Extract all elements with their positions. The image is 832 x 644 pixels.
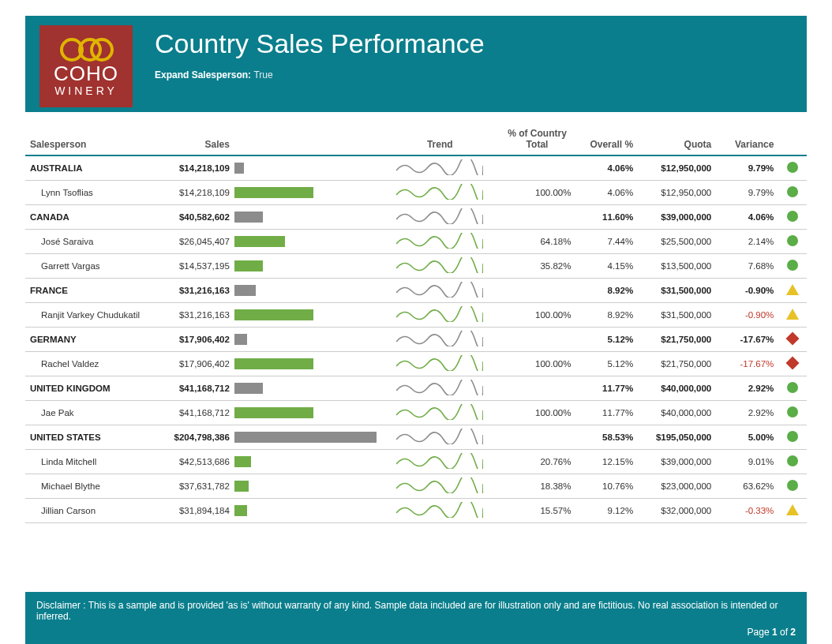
status-green-icon bbox=[787, 235, 798, 246]
country-status bbox=[778, 155, 807, 181]
report-footer: Disclaimer : This is a sample and is pro… bbox=[25, 592, 807, 644]
country-overall: 8.92% bbox=[575, 279, 638, 303]
country-trend-sparkline bbox=[381, 328, 499, 352]
salesperson-variance: -0.33% bbox=[716, 499, 778, 523]
salesperson-pct-country: 20.76% bbox=[499, 450, 576, 474]
col-variance[interactable]: Variance bbox=[716, 120, 778, 155]
salesperson-status bbox=[778, 230, 807, 254]
country-quota: $21,750,000 bbox=[638, 328, 716, 352]
salesperson-quota: $39,000,000 bbox=[638, 450, 716, 474]
salesperson-quota: $21,750,000 bbox=[638, 352, 716, 376]
salesperson-status bbox=[778, 401, 807, 425]
salesperson-row[interactable]: Jillian Carson$31,894,18415.57%9.12%$32,… bbox=[25, 499, 807, 523]
country-overall: 4.06% bbox=[575, 155, 638, 181]
country-variance: 5.00% bbox=[716, 425, 778, 450]
country-row[interactable]: FRANCE$31,216,1638.92%$31,500,000-0.90% bbox=[25, 279, 807, 303]
salesperson-sales: $31,216,163 bbox=[163, 303, 234, 328]
salesperson-quota: $31,500,000 bbox=[638, 303, 716, 328]
salesperson-status bbox=[778, 254, 807, 279]
country-row[interactable]: UNITED KINGDOM$41,168,71211.77%$40,000,0… bbox=[25, 376, 807, 401]
salesperson-quota: $40,000,000 bbox=[638, 401, 716, 425]
salesperson-row[interactable]: Rachel Valdez$17,906,402100.00%5.12%$21,… bbox=[25, 352, 807, 376]
salesperson-sales-bar bbox=[234, 450, 381, 474]
salesperson-variance: 2.92% bbox=[716, 401, 778, 425]
status-yellow-icon bbox=[786, 504, 799, 515]
country-row[interactable]: UNITED STATES$204,798,38658.53%$195,050,… bbox=[25, 425, 807, 450]
salesperson-overall: 5.12% bbox=[575, 352, 638, 376]
salesperson-quota: $32,000,000 bbox=[638, 499, 716, 523]
salesperson-name: Jae Pak bbox=[25, 401, 163, 425]
salesperson-overall: 8.92% bbox=[575, 303, 638, 328]
salesperson-variance: -17.67% bbox=[716, 352, 778, 376]
salesperson-sales-bar bbox=[234, 254, 381, 279]
salesperson-overall: 10.76% bbox=[575, 474, 638, 499]
logo-line-1: COHO bbox=[54, 62, 118, 86]
salesperson-status bbox=[778, 450, 807, 474]
salesperson-row[interactable]: Jae Pak$41,168,712100.00%11.77%$40,000,0… bbox=[25, 401, 807, 425]
salesperson-status bbox=[778, 181, 807, 205]
country-sales-bar bbox=[234, 328, 381, 352]
col-salesperson[interactable]: Salesperson bbox=[25, 120, 163, 155]
status-yellow-icon bbox=[786, 309, 799, 320]
salesperson-trend-sparkline bbox=[381, 450, 499, 474]
salesperson-name: José Saraiva bbox=[25, 230, 163, 254]
salesperson-status bbox=[778, 303, 807, 328]
country-sales: $40,582,602 bbox=[163, 205, 234, 230]
country-quota: $195,050,000 bbox=[638, 425, 716, 450]
salesperson-row[interactable]: Linda Mitchell$42,513,68620.76%12.15%$39… bbox=[25, 450, 807, 474]
country-quota: $40,000,000 bbox=[638, 376, 716, 401]
salesperson-row[interactable]: Michael Blythe$37,631,78218.38%10.76%$23… bbox=[25, 474, 807, 499]
country-sales: $204,798,386 bbox=[163, 425, 234, 450]
salesperson-overall: 4.15% bbox=[575, 254, 638, 279]
salesperson-sales-bar bbox=[234, 499, 381, 523]
salesperson-sales: $14,537,195 bbox=[163, 254, 234, 279]
page-indicator: Page 1 of 2 bbox=[36, 627, 796, 638]
status-green-icon bbox=[787, 431, 798, 442]
salesperson-row[interactable]: Lynn Tsoflias$14,218,109100.00%4.06%$12,… bbox=[25, 181, 807, 205]
country-variance: -17.67% bbox=[716, 328, 778, 352]
salesperson-variance: 63.62% bbox=[716, 474, 778, 499]
country-name: FRANCE bbox=[25, 279, 163, 303]
expand-salesperson-toggle[interactable]: Expand Salesperson: True bbox=[155, 69, 485, 80]
salesperson-trend-sparkline bbox=[381, 474, 499, 499]
salesperson-sales: $14,218,109 bbox=[163, 181, 234, 205]
salesperson-trend-sparkline bbox=[381, 352, 499, 376]
salesperson-row[interactable]: Garrett Vargas$14,537,19535.82%4.15%$13,… bbox=[25, 254, 807, 279]
disclaimer-text: Disclaimer : This is a sample and is pro… bbox=[36, 600, 796, 622]
status-green-icon bbox=[787, 186, 798, 197]
salesperson-sales: $41,168,712 bbox=[163, 401, 234, 425]
salesperson-row[interactable]: José Saraiva$26,045,40764.18%7.44%$25,50… bbox=[25, 230, 807, 254]
salesperson-overall: 4.06% bbox=[575, 181, 638, 205]
country-sales-bar bbox=[234, 205, 381, 230]
col-quota[interactable]: Quota bbox=[638, 120, 716, 155]
salesperson-sales: $31,894,184 bbox=[163, 499, 234, 523]
salesperson-variance: -0.90% bbox=[716, 303, 778, 328]
country-trend-sparkline bbox=[381, 376, 499, 401]
salesperson-row[interactable]: Ranjit Varkey Chudukatil$31,216,163100.0… bbox=[25, 303, 807, 328]
country-sales-bar bbox=[234, 425, 381, 450]
salesperson-sales: $37,631,782 bbox=[163, 474, 234, 499]
salesperson-name: Michael Blythe bbox=[25, 474, 163, 499]
salesperson-overall: 12.15% bbox=[575, 450, 638, 474]
col-overall[interactable]: Overall % bbox=[575, 120, 638, 155]
col-pct-country[interactable]: % of Country Total bbox=[499, 120, 576, 155]
salesperson-status bbox=[778, 499, 807, 523]
country-row[interactable]: GERMANY$17,906,4025.12%$21,750,000-17.67… bbox=[25, 328, 807, 352]
country-name: UNITED KINGDOM bbox=[25, 376, 163, 401]
status-green-icon bbox=[787, 480, 798, 491]
country-row[interactable]: AUSTRALIA$14,218,1094.06%$12,950,0009.79… bbox=[25, 155, 807, 181]
salesperson-quota: $12,950,000 bbox=[638, 181, 716, 205]
salesperson-name: Rachel Valdez bbox=[25, 352, 163, 376]
col-trend[interactable]: Trend bbox=[381, 120, 499, 155]
expand-value: True bbox=[253, 69, 272, 80]
col-sales[interactable]: Sales bbox=[163, 120, 234, 155]
country-status bbox=[778, 205, 807, 230]
status-green-icon bbox=[787, 260, 798, 271]
country-quota: $39,000,000 bbox=[638, 205, 716, 230]
country-overall: 5.12% bbox=[575, 328, 638, 352]
country-trend-sparkline bbox=[381, 155, 499, 181]
salesperson-trend-sparkline bbox=[381, 181, 499, 205]
country-row[interactable]: CANADA$40,582,60211.60%$39,000,0004.06% bbox=[25, 205, 807, 230]
country-sales: $41,168,712 bbox=[163, 376, 234, 401]
status-red-icon bbox=[786, 332, 800, 346]
